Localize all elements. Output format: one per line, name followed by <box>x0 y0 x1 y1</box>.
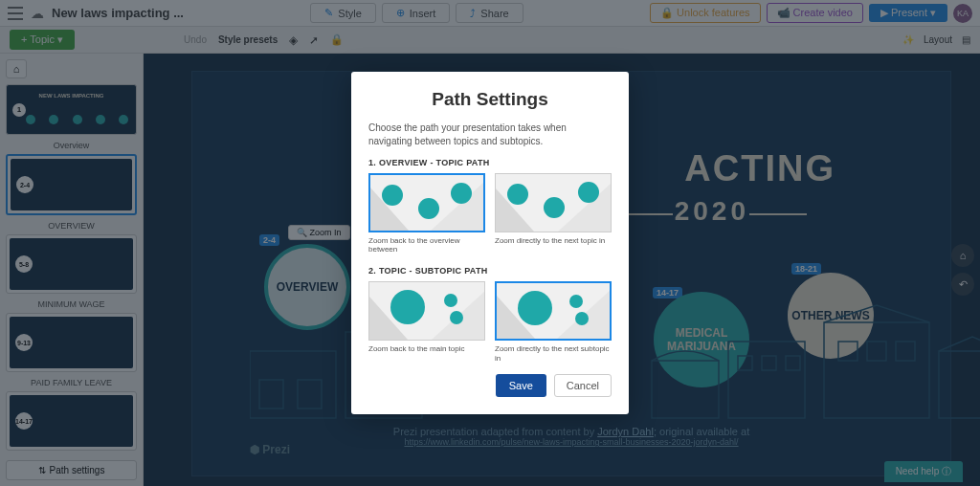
section-2-label: 2. TOPIC - SUBTOPIC PATH <box>368 266 612 276</box>
subtopic-path-option-2[interactable]: Zoom directly to the next subtopic in <box>495 281 612 363</box>
modal-title: Path Settings <box>368 89 612 110</box>
cancel-button[interactable]: Cancel <box>554 374 612 397</box>
modal-description: Choose the path your presentation takes … <box>368 122 612 148</box>
modal-overlay[interactable]: Path Settings Choose the path your prese… <box>0 0 980 486</box>
overview-path-option-2[interactable]: Zoom directly to the next topic in <box>495 173 612 254</box>
path-settings-modal: Path Settings Choose the path your prese… <box>351 72 629 414</box>
subtopic-path-option-1[interactable]: Zoom back to the main topic <box>368 281 485 363</box>
section-1-label: 1. OVERVIEW - TOPIC PATH <box>368 158 612 167</box>
save-button[interactable]: Save <box>496 374 546 397</box>
overview-path-option-1[interactable]: Zoom back to the overview between <box>368 173 485 254</box>
